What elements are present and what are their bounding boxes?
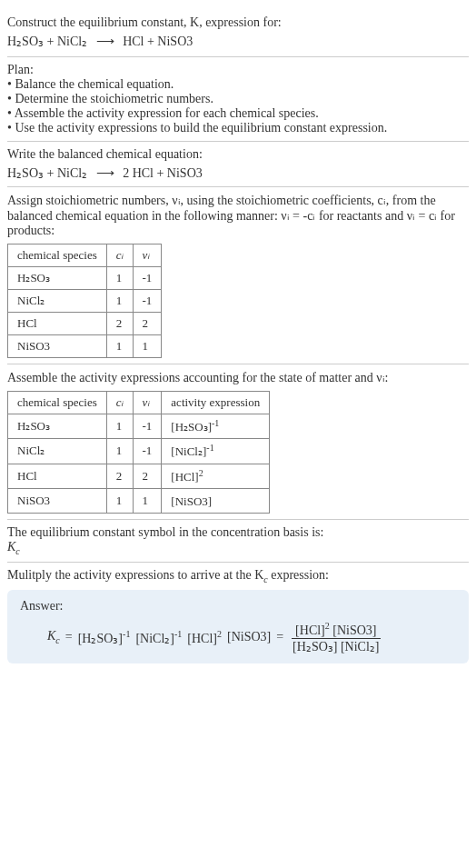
species-cell: NiSO3 bbox=[8, 335, 107, 358]
table-row: H₂SO₃ 1 -1 [H₂SO₃]-1 bbox=[8, 414, 270, 439]
species-cell: NiSO3 bbox=[8, 488, 107, 513]
equation-lhs: H₂SO₃ + NiCl₂ bbox=[7, 35, 87, 48]
plan-heading: Plan: bbox=[7, 63, 469, 77]
table-row: HCl 2 2 bbox=[8, 313, 162, 335]
balanced-heading: Write the balanced chemical equation: bbox=[7, 147, 469, 162]
plan-section: Plan: • Balance the chemical equation. •… bbox=[7, 57, 469, 142]
species-cell: HCl bbox=[8, 313, 107, 335]
vi-cell: 2 bbox=[133, 313, 162, 335]
ci-cell: 1 bbox=[106, 290, 133, 313]
species-cell: H₂SO₃ bbox=[8, 267, 107, 290]
col-species: chemical species bbox=[8, 244, 107, 267]
plan-item: • Determine the stoichiometric numbers. bbox=[7, 92, 469, 106]
ci-cell: 1 bbox=[106, 488, 133, 513]
answer-section: Mulitply the activity expressions to arr… bbox=[7, 563, 469, 668]
arrow-icon: ⟶ bbox=[96, 35, 114, 48]
activity-section: Assemble the activity expressions accoun… bbox=[7, 364, 469, 520]
activity-table: chemical species cᵢ νᵢ activity expressi… bbox=[7, 391, 270, 514]
kc-symbol-intro: The equilibrium constant symbol in the c… bbox=[7, 525, 469, 540]
col-vi: νᵢ bbox=[133, 392, 162, 414]
multiply-intro: Mulitply the activity expressions to arr… bbox=[7, 568, 469, 584]
kc-lhs: Kc bbox=[47, 629, 60, 645]
term3: [HCl]2 bbox=[187, 629, 222, 646]
equals: = bbox=[276, 630, 283, 644]
vi-cell: -1 bbox=[133, 290, 162, 313]
ci-cell: 2 bbox=[106, 464, 133, 488]
plan-item: • Assemble the activity expression for e… bbox=[7, 106, 469, 121]
table-row: NiCl₂ 1 -1 bbox=[8, 290, 162, 313]
vi-cell: 2 bbox=[133, 464, 162, 488]
species-cell: H₂SO₃ bbox=[8, 414, 107, 439]
species-cell: NiCl₂ bbox=[8, 290, 107, 313]
vi-cell: 1 bbox=[133, 488, 162, 513]
term4: [NiSO3] bbox=[227, 630, 271, 644]
kc-expression: Kc = [H₂SO₃]-1 [NiCl₂]-1 [HCl]2 [NiSO3] … bbox=[47, 621, 456, 654]
kc-symbol-section: The equilibrium constant symbol in the c… bbox=[7, 520, 469, 563]
table-row: NiSO3 1 1 bbox=[8, 335, 162, 358]
table-row: H₂SO₃ 1 -1 bbox=[8, 267, 162, 290]
term2: [NiCl₂]-1 bbox=[135, 629, 182, 646]
stoich-intro: Assign stoichiometric numbers, νᵢ, using… bbox=[7, 193, 469, 238]
species-cell: NiCl₂ bbox=[8, 439, 107, 464]
species-cell: HCl bbox=[8, 464, 107, 488]
denominator: [H₂SO₃] [NiCl₂] bbox=[289, 639, 382, 654]
plan-item: • Use the activity expressions to build … bbox=[7, 121, 469, 135]
term1: [H₂SO₃]-1 bbox=[78, 629, 131, 646]
ci-cell: 2 bbox=[106, 313, 133, 335]
activity-cell: [NiSO3] bbox=[162, 488, 270, 513]
equation-rhs: HCl + NiSO3 bbox=[123, 35, 193, 48]
activity-cell: [HCl]2 bbox=[162, 464, 270, 488]
activity-cell: [NiCl₂]-1 bbox=[162, 439, 270, 464]
table-row: NiSO3 1 1 [NiSO3] bbox=[8, 488, 270, 513]
col-activity: activity expression bbox=[162, 392, 270, 414]
fraction: [HCl]2 [NiSO3] [H₂SO₃] [NiCl₂] bbox=[289, 621, 382, 654]
balanced-lhs: H₂SO₃ + NiCl₂ bbox=[7, 166, 87, 180]
balanced-rhs: 2 HCl + NiSO3 bbox=[123, 166, 203, 180]
table-row: HCl 2 2 [HCl]2 bbox=[8, 464, 270, 488]
vi-cell: -1 bbox=[133, 267, 162, 290]
ci-cell: 1 bbox=[106, 267, 133, 290]
activity-intro: Assemble the activity expressions accoun… bbox=[7, 370, 469, 385]
table-header-row: chemical species cᵢ νᵢ activity expressi… bbox=[8, 392, 270, 414]
col-species: chemical species bbox=[8, 392, 107, 414]
question-section: Construct the equilibrium constant, K, e… bbox=[7, 7, 469, 57]
col-vi: νᵢ bbox=[133, 244, 162, 267]
vi-cell: -1 bbox=[133, 414, 162, 439]
plan-item: • Balance the chemical equation. bbox=[7, 77, 469, 92]
equals: = bbox=[65, 630, 73, 644]
kc-symbol: Kc bbox=[7, 540, 469, 556]
vi-cell: -1 bbox=[133, 439, 162, 464]
activity-cell: [H₂SO₃]-1 bbox=[162, 414, 270, 439]
arrow-icon: ⟶ bbox=[96, 166, 114, 180]
prompt-text: Construct the equilibrium constant, K, e… bbox=[7, 15, 282, 29]
ci-cell: 1 bbox=[106, 414, 133, 439]
table-row: NiCl₂ 1 -1 [NiCl₂]-1 bbox=[8, 439, 270, 464]
answer-box: Answer: Kc = [H₂SO₃]-1 [NiCl₂]-1 [HCl]2 … bbox=[7, 590, 469, 663]
table-header-row: chemical species cᵢ νᵢ bbox=[8, 244, 162, 267]
ci-cell: 1 bbox=[106, 439, 133, 464]
answer-label: Answer: bbox=[20, 599, 456, 614]
stoich-section: Assign stoichiometric numbers, νᵢ, using… bbox=[7, 187, 469, 364]
col-ci: cᵢ bbox=[106, 244, 133, 267]
stoich-table: chemical species cᵢ νᵢ H₂SO₃ 1 -1 NiCl₂ … bbox=[7, 244, 162, 358]
question-prompt: Construct the equilibrium constant, K, e… bbox=[7, 13, 469, 51]
numerator: [HCl]2 [NiSO3] bbox=[292, 621, 380, 639]
ci-cell: 1 bbox=[106, 335, 133, 358]
balanced-equation: H₂SO₃ + NiCl₂ ⟶ 2 HCl + NiSO3 bbox=[7, 165, 469, 181]
vi-cell: 1 bbox=[133, 335, 162, 358]
col-ci: cᵢ bbox=[106, 392, 133, 414]
balanced-section: Write the balanced chemical equation: H₂… bbox=[7, 142, 469, 187]
